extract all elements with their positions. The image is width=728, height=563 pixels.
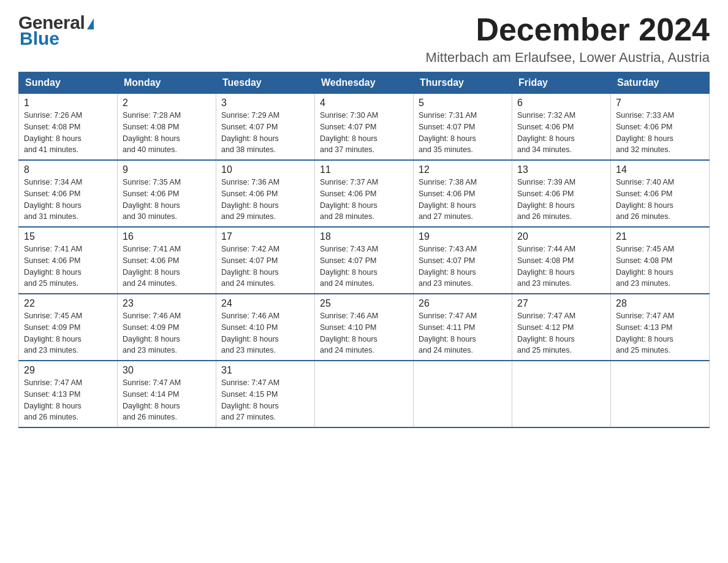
calendar-cell: 22 Sunrise: 7:45 AMSunset: 4:09 PMDaylig… bbox=[19, 294, 118, 361]
calendar-table: SundayMondayTuesdayWednesdayThursdayFrid… bbox=[18, 72, 710, 428]
calendar-cell: 28 Sunrise: 7:47 AMSunset: 4:13 PMDaylig… bbox=[611, 294, 710, 361]
day-number: 14 bbox=[616, 164, 704, 175]
day-info: Sunrise: 7:47 AMSunset: 4:15 PMDaylight:… bbox=[221, 378, 279, 421]
day-number: 28 bbox=[616, 298, 704, 309]
weekday-header-row: SundayMondayTuesdayWednesdayThursdayFrid… bbox=[19, 72, 710, 94]
day-number: 27 bbox=[517, 298, 605, 309]
day-info: Sunrise: 7:46 AMSunset: 4:09 PMDaylight:… bbox=[123, 312, 181, 354]
day-number: 20 bbox=[517, 231, 605, 242]
day-info: Sunrise: 7:41 AMSunset: 4:06 PMDaylight:… bbox=[24, 245, 82, 288]
calendar-week-row: 8 Sunrise: 7:34 AMSunset: 4:06 PMDayligh… bbox=[19, 160, 710, 227]
calendar-cell: 14 Sunrise: 7:40 AMSunset: 4:06 PMDaylig… bbox=[611, 160, 710, 227]
day-info: Sunrise: 7:46 AMSunset: 4:10 PMDaylight:… bbox=[320, 312, 378, 354]
calendar-body: 1 Sunrise: 7:26 AMSunset: 4:08 PMDayligh… bbox=[19, 94, 710, 428]
day-info: Sunrise: 7:30 AMSunset: 4:07 PMDaylight:… bbox=[320, 111, 378, 154]
day-number: 6 bbox=[517, 98, 605, 109]
calendar-week-row: 29 Sunrise: 7:47 AMSunset: 4:13 PMDaylig… bbox=[19, 361, 710, 427]
calendar-cell: 3 Sunrise: 7:29 AMSunset: 4:07 PMDayligh… bbox=[216, 94, 315, 161]
calendar-cell: 8 Sunrise: 7:34 AMSunset: 4:06 PMDayligh… bbox=[19, 160, 118, 227]
day-info: Sunrise: 7:26 AMSunset: 4:08 PMDaylight:… bbox=[24, 111, 82, 154]
calendar-cell: 25 Sunrise: 7:46 AMSunset: 4:10 PMDaylig… bbox=[315, 294, 414, 361]
calendar-cell: 23 Sunrise: 7:46 AMSunset: 4:09 PMDaylig… bbox=[118, 294, 216, 361]
day-number: 22 bbox=[24, 298, 112, 309]
calendar-cell: 24 Sunrise: 7:46 AMSunset: 4:10 PMDaylig… bbox=[216, 294, 315, 361]
calendar-cell: 10 Sunrise: 7:36 AMSunset: 4:06 PMDaylig… bbox=[216, 160, 315, 227]
day-number: 24 bbox=[221, 298, 309, 309]
day-number: 21 bbox=[616, 231, 704, 242]
day-info: Sunrise: 7:36 AMSunset: 4:06 PMDaylight:… bbox=[221, 178, 279, 221]
day-info: Sunrise: 7:40 AMSunset: 4:06 PMDaylight:… bbox=[616, 178, 674, 221]
day-number: 18 bbox=[320, 231, 408, 242]
calendar-cell bbox=[414, 361, 512, 427]
location-subtitle: Mitterbach am Erlaufsee, Lower Austria, … bbox=[426, 50, 710, 66]
day-number: 29 bbox=[24, 365, 112, 376]
calendar-cell: 13 Sunrise: 7:39 AMSunset: 4:06 PMDaylig… bbox=[512, 160, 611, 227]
day-number: 19 bbox=[419, 231, 507, 242]
calendar-cell: 1 Sunrise: 7:26 AMSunset: 4:08 PMDayligh… bbox=[19, 94, 118, 161]
day-info: Sunrise: 7:33 AMSunset: 4:06 PMDaylight:… bbox=[616, 111, 674, 154]
calendar-cell: 18 Sunrise: 7:43 AMSunset: 4:07 PMDaylig… bbox=[315, 227, 414, 294]
day-number: 9 bbox=[123, 164, 211, 175]
weekday-header-sunday: Sunday bbox=[19, 72, 118, 94]
calendar-cell: 6 Sunrise: 7:32 AMSunset: 4:06 PMDayligh… bbox=[512, 94, 611, 161]
weekday-header-tuesday: Tuesday bbox=[216, 72, 315, 94]
calendar-cell: 5 Sunrise: 7:31 AMSunset: 4:07 PMDayligh… bbox=[414, 94, 512, 161]
calendar-header: SundayMondayTuesdayWednesdayThursdayFrid… bbox=[19, 72, 710, 94]
day-info: Sunrise: 7:31 AMSunset: 4:07 PMDaylight:… bbox=[419, 111, 477, 154]
day-number: 26 bbox=[419, 298, 507, 309]
calendar-week-row: 1 Sunrise: 7:26 AMSunset: 4:08 PMDayligh… bbox=[19, 94, 710, 161]
day-number: 10 bbox=[221, 164, 309, 175]
weekday-header-wednesday: Wednesday bbox=[315, 72, 414, 94]
day-info: Sunrise: 7:43 AMSunset: 4:07 PMDaylight:… bbox=[419, 245, 477, 288]
month-year-title: December 2024 bbox=[426, 12, 710, 47]
day-number: 13 bbox=[517, 164, 605, 175]
day-info: Sunrise: 7:32 AMSunset: 4:06 PMDaylight:… bbox=[517, 111, 575, 154]
calendar-cell: 11 Sunrise: 7:37 AMSunset: 4:06 PMDaylig… bbox=[315, 160, 414, 227]
calendar-cell: 20 Sunrise: 7:44 AMSunset: 4:08 PMDaylig… bbox=[512, 227, 611, 294]
calendar-cell: 19 Sunrise: 7:43 AMSunset: 4:07 PMDaylig… bbox=[414, 227, 512, 294]
calendar-cell: 30 Sunrise: 7:47 AMSunset: 4:14 PMDaylig… bbox=[118, 361, 216, 427]
day-number: 7 bbox=[616, 98, 704, 109]
day-info: Sunrise: 7:29 AMSunset: 4:07 PMDaylight:… bbox=[221, 111, 279, 154]
calendar-cell: 31 Sunrise: 7:47 AMSunset: 4:15 PMDaylig… bbox=[216, 361, 315, 427]
day-number: 30 bbox=[123, 365, 211, 376]
logo-triangle-icon bbox=[87, 18, 94, 29]
day-info: Sunrise: 7:44 AMSunset: 4:08 PMDaylight:… bbox=[517, 245, 575, 288]
calendar-cell: 26 Sunrise: 7:47 AMSunset: 4:11 PMDaylig… bbox=[414, 294, 512, 361]
weekday-header-thursday: Thursday bbox=[414, 72, 512, 94]
day-number: 17 bbox=[221, 231, 309, 242]
calendar-week-row: 22 Sunrise: 7:45 AMSunset: 4:09 PMDaylig… bbox=[19, 294, 710, 361]
day-number: 2 bbox=[123, 98, 211, 109]
calendar-cell: 2 Sunrise: 7:28 AMSunset: 4:08 PMDayligh… bbox=[118, 94, 216, 161]
day-info: Sunrise: 7:39 AMSunset: 4:06 PMDaylight:… bbox=[517, 178, 575, 221]
calendar-cell: 4 Sunrise: 7:30 AMSunset: 4:07 PMDayligh… bbox=[315, 94, 414, 161]
day-number: 15 bbox=[24, 231, 112, 242]
calendar-cell: 15 Sunrise: 7:41 AMSunset: 4:06 PMDaylig… bbox=[19, 227, 118, 294]
calendar-week-row: 15 Sunrise: 7:41 AMSunset: 4:06 PMDaylig… bbox=[19, 227, 710, 294]
day-info: Sunrise: 7:47 AMSunset: 4:11 PMDaylight:… bbox=[419, 312, 477, 354]
day-info: Sunrise: 7:47 AMSunset: 4:13 PMDaylight:… bbox=[24, 378, 82, 421]
day-info: Sunrise: 7:34 AMSunset: 4:06 PMDaylight:… bbox=[24, 178, 82, 221]
day-info: Sunrise: 7:47 AMSunset: 4:12 PMDaylight:… bbox=[517, 312, 575, 354]
calendar-cell: 12 Sunrise: 7:38 AMSunset: 4:06 PMDaylig… bbox=[414, 160, 512, 227]
calendar-cell: 9 Sunrise: 7:35 AMSunset: 4:06 PMDayligh… bbox=[118, 160, 216, 227]
day-info: Sunrise: 7:41 AMSunset: 4:06 PMDaylight:… bbox=[123, 245, 181, 288]
day-info: Sunrise: 7:42 AMSunset: 4:07 PMDaylight:… bbox=[221, 245, 279, 288]
day-number: 12 bbox=[419, 164, 507, 175]
weekday-header-monday: Monday bbox=[118, 72, 216, 94]
day-info: Sunrise: 7:43 AMSunset: 4:07 PMDaylight:… bbox=[320, 245, 378, 288]
day-info: Sunrise: 7:47 AMSunset: 4:13 PMDaylight:… bbox=[616, 312, 674, 354]
day-info: Sunrise: 7:38 AMSunset: 4:06 PMDaylight:… bbox=[419, 178, 477, 221]
day-number: 8 bbox=[24, 164, 112, 175]
calendar-cell: 16 Sunrise: 7:41 AMSunset: 4:06 PMDaylig… bbox=[118, 227, 216, 294]
calendar-cell: 21 Sunrise: 7:45 AMSunset: 4:08 PMDaylig… bbox=[611, 227, 710, 294]
day-number: 11 bbox=[320, 164, 408, 175]
calendar-cell: 29 Sunrise: 7:47 AMSunset: 4:13 PMDaylig… bbox=[19, 361, 118, 427]
logo-blue-text: Blue bbox=[20, 28, 59, 49]
title-area: December 2024 Mitterbach am Erlaufsee, L… bbox=[426, 12, 710, 66]
calendar-cell: 7 Sunrise: 7:33 AMSunset: 4:06 PMDayligh… bbox=[611, 94, 710, 161]
day-info: Sunrise: 7:37 AMSunset: 4:06 PMDaylight:… bbox=[320, 178, 378, 221]
weekday-header-saturday: Saturday bbox=[611, 72, 710, 94]
day-number: 31 bbox=[221, 365, 309, 376]
day-info: Sunrise: 7:45 AMSunset: 4:09 PMDaylight:… bbox=[24, 312, 82, 354]
